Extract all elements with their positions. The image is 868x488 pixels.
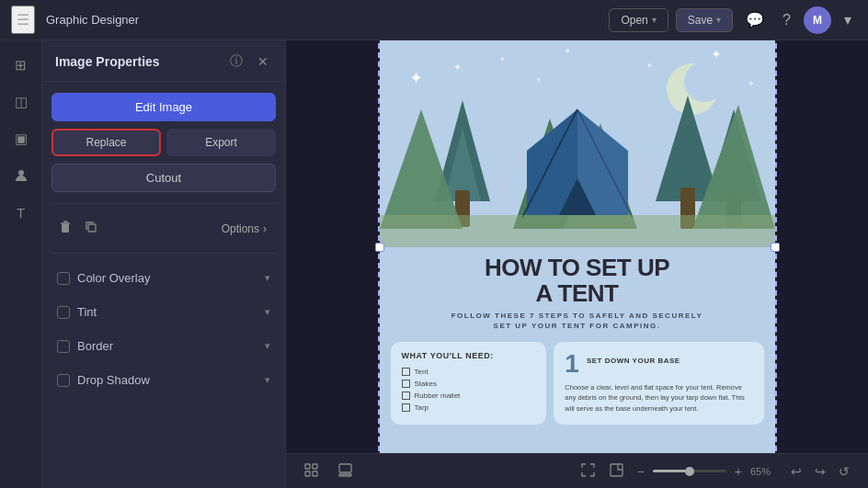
save-button[interactable]: Save ▾ <box>676 8 733 32</box>
tint-chevron-icon: ▾ <box>265 306 270 318</box>
color-overlay-checkbox[interactable] <box>57 272 70 285</box>
svg-text:✦: ✦ <box>564 46 571 56</box>
tint-checkbox[interactable] <box>57 306 70 319</box>
infographic: ✦ ✦ ✦ ✦ ✦ ✦ ✦ ✦ <box>380 40 775 453</box>
zoom-slider[interactable] <box>653 470 726 472</box>
border-row[interactable]: Border ▾ <box>51 333 276 359</box>
checklist-item-tarp: Tarp <box>402 403 536 412</box>
svg-point-0 <box>18 170 24 176</box>
color-overlay-label: Color Overlay <box>77 271 257 285</box>
export-button[interactable]: Export <box>166 129 276 156</box>
checkbox-mallet <box>402 392 410 400</box>
border-checkbox[interactable] <box>57 340 70 353</box>
topbar: ☰ Graphic Designer Open ▾ Save ▾ 💬 ? M ▾ <box>0 0 868 40</box>
checkbox-stakes <box>402 380 410 388</box>
sidebar-item-users[interactable] <box>6 160 37 191</box>
sidebar-item-grid[interactable]: ⊞ <box>6 50 37 81</box>
topbar-actions: Open ▾ Save ▾ 💬 ? M ▾ <box>609 6 857 34</box>
drop-shadow-checkbox[interactable] <box>57 374 70 387</box>
save-chevron-icon: ▾ <box>716 15 721 25</box>
sidebar-item-text[interactable]: T <box>6 197 37 228</box>
layout-button[interactable] <box>333 460 358 483</box>
open-button[interactable]: Open ▾ <box>609 8 668 32</box>
svg-text:✦: ✦ <box>409 69 423 87</box>
properties-panel: Image Properties ⓘ ✕ Edit Image Replace … <box>42 40 286 488</box>
svg-rect-34 <box>305 464 310 469</box>
color-overlay-row[interactable]: Color Overlay ▾ <box>51 265 276 291</box>
sidebar-item-pages[interactable]: ▣ <box>6 123 37 154</box>
border-label: Border <box>77 339 257 353</box>
title-line1: HOW TO SET UP <box>394 255 760 281</box>
history-buttons: ↩ ↪ ↺ <box>785 460 855 482</box>
tint-row[interactable]: Tint ▾ <box>51 299 276 325</box>
replace-button[interactable]: Replace <box>51 129 161 156</box>
step-title: SET DOWN YOUR BASE <box>587 357 680 366</box>
options-button[interactable]: Options › <box>216 219 272 239</box>
svg-text:✦: ✦ <box>646 62 653 70</box>
main-layout: ⊞ ◫ ▣ T Image Properties ⓘ ✕ Edit Image … <box>0 40 868 488</box>
svg-rect-2 <box>66 225 68 230</box>
drop-shadow-label: Drop Shadow <box>77 373 257 387</box>
open-chevron-icon: ▾ <box>652 15 657 25</box>
svg-rect-1 <box>63 225 65 230</box>
redo-button[interactable]: ↪ <box>809 460 831 482</box>
panel-divider <box>51 203 276 204</box>
panel-body: Edit Image Replace Export Cutout <box>42 82 285 404</box>
edit-image-button[interactable]: Edit Image <box>51 93 276 121</box>
svg-rect-37 <box>313 471 317 476</box>
menu-icon[interactable]: ☰ <box>11 6 35 34</box>
step-desc: Choose a clear, level and flat space for… <box>565 382 752 414</box>
zoom-controls: − + 65% <box>576 460 776 483</box>
svg-rect-36 <box>305 471 310 476</box>
checkbox-tent <box>402 368 410 376</box>
what-you-need-card: WHAT YOU'LL NEED: Tent Stakes <box>391 342 547 425</box>
help-icon[interactable]: ? <box>777 8 796 32</box>
resize-button[interactable] <box>604 460 629 483</box>
svg-text:✦: ✦ <box>453 62 462 73</box>
cutout-button[interactable]: Cutout <box>51 164 276 192</box>
step-card: 1 SET DOWN YOUR BASE Choose a clear, lev… <box>554 342 763 425</box>
canvas-content: ✦ ✦ ✦ ✦ ✦ ✦ ✦ ✦ <box>380 40 775 453</box>
infographic-bottom: WHAT YOU'LL NEED: Tent Stakes <box>380 335 775 432</box>
tools-row: Options › <box>51 215 276 242</box>
delete-icon[interactable] <box>55 217 75 240</box>
title-line2: A TENT <box>394 280 760 307</box>
svg-text:✦: ✦ <box>711 47 722 62</box>
checklist-item-mallet: Rubber mallet <box>402 392 536 400</box>
chat-icon[interactable]: 💬 <box>740 7 770 32</box>
zoom-plus-button[interactable]: + <box>730 462 747 481</box>
svg-point-14 <box>684 62 725 102</box>
panel-info-icon[interactable]: ⓘ <box>226 51 246 72</box>
zoom-thumb[interactable] <box>685 467 694 476</box>
undo-button[interactable]: ↩ <box>785 460 807 482</box>
zoom-minus-button[interactable]: − <box>633 462 649 481</box>
checklist-item-stakes: Stakes <box>402 380 536 388</box>
canvas-viewport[interactable]: ✦ ✦ ✦ ✦ ✦ ✦ ✦ ✦ <box>286 40 868 453</box>
title-subtitle: FOLLOW THESE 7 STEPS TO SAFELY AND SECUR… <box>394 311 760 331</box>
options-chevron-icon: › <box>263 222 267 235</box>
svg-rect-33 <box>380 215 775 247</box>
svg-rect-38 <box>339 464 351 472</box>
history-button[interactable]: ↺ <box>833 460 855 482</box>
panel-divider-2 <box>51 253 276 254</box>
app-title: Graphic Designer <box>46 13 598 27</box>
step-number: 1 <box>565 351 579 377</box>
fit-to-screen-button[interactable] <box>576 460 600 483</box>
account-chevron-icon[interactable]: ▾ <box>839 7 857 32</box>
checkbox-tarp <box>402 403 410 412</box>
grid-view-button[interactable] <box>299 460 324 483</box>
panel-header: Image Properties ⓘ ✕ <box>42 40 285 82</box>
sidebar-item-layers[interactable]: ◫ <box>6 86 37 118</box>
infographic-scene: ✦ ✦ ✦ ✦ ✦ ✦ ✦ ✦ <box>380 40 775 247</box>
border-chevron-icon: ▾ <box>265 340 270 352</box>
panel-close-button[interactable]: ✕ <box>254 52 272 71</box>
panel-title: Image Properties <box>55 54 219 69</box>
svg-text:✦: ✦ <box>748 79 755 88</box>
svg-rect-3 <box>88 224 96 232</box>
duplicate-icon[interactable] <box>81 217 101 240</box>
zoom-percentage: 65% <box>750 466 776 477</box>
drop-shadow-row[interactable]: Drop Shadow ▾ <box>51 367 276 393</box>
avatar[interactable]: M <box>804 6 831 34</box>
infographic-title: HOW TO SET UP A TENT FOLLOW THESE 7 STEP… <box>380 247 775 335</box>
replace-export-row: Replace Export <box>51 129 276 156</box>
